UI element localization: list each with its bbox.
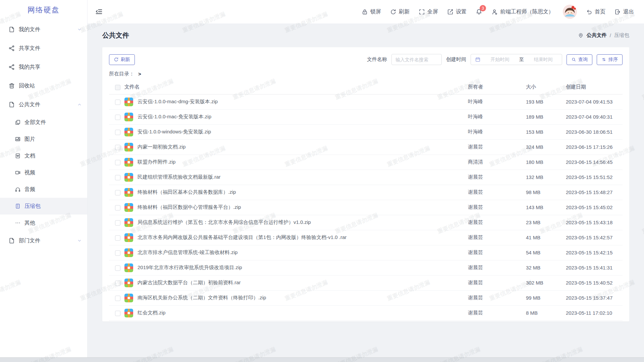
start-date-placeholder[interactable]: 开始时间 <box>485 57 515 63</box>
settings-button[interactable]: 设置 <box>447 8 467 15</box>
row-checkbox[interactable] <box>115 115 120 120</box>
headphones-icon <box>15 186 21 192</box>
file-name[interactable]: 南海区机关新办公系统（二期）文件资料（终验打印）.zip <box>138 295 266 301</box>
table-row[interactable]: 红会文档.zip 谢晨芸 8 MB 2023-05-11 17:02:10 <box>109 305 623 320</box>
file-name[interactable]: 内蒙古法院大数据平台（二期）初验前资料.rar <box>138 280 241 286</box>
current-user[interactable]: 前端工程师（陈思文） <box>491 8 554 15</box>
table-row[interactable]: 云安信-1.0.0-mac-dmg-安装版本.zip 叶海峰 193 MB 20… <box>109 94 623 109</box>
avatar[interactable] <box>563 5 577 19</box>
file-name[interactable]: 云安信-1.0.0-mac-dmg-安装版本.zip <box>138 99 218 105</box>
refresh-list-button[interactable]: 刷新 <box>109 54 135 65</box>
query-button[interactable]: 查询 <box>567 54 592 65</box>
row-checkbox[interactable] <box>115 250 120 256</box>
query-label: 查询 <box>578 57 588 63</box>
file-name[interactable]: 云安信-1.0.0-mac-免安装版本.zip <box>138 114 211 120</box>
filename-search-input[interactable] <box>391 54 442 65</box>
file-size: 99 MB <box>526 290 566 305</box>
sidebar-item-audio[interactable]: 音频 <box>0 181 87 198</box>
row-checkbox[interactable] <box>115 220 120 226</box>
file-name[interactable]: 红会文档.zip <box>138 310 165 316</box>
row-checkbox[interactable] <box>115 160 120 165</box>
refresh-icon <box>390 9 396 15</box>
table-row[interactable]: 局信息系统运行维护（第五包：北京市水务局综合信息平台运行维护）v1.0.zip … <box>109 215 623 230</box>
sidebar-item-public-files[interactable]: 公共文件 <box>0 95 87 114</box>
select-all-checkbox[interactable] <box>115 85 120 90</box>
row-checkbox[interactable] <box>115 281 120 286</box>
home-button[interactable]: 首页 <box>586 8 605 15</box>
file-created-date: 2023-05-15 15:37:47 <box>566 290 623 305</box>
zip-file-icon <box>124 279 133 287</box>
sidebar-item-others[interactable]: 其他 <box>0 215 87 231</box>
table-row[interactable]: 2019年北京市水行政审批系统升级改造项目.zip 谢晨芸 32 MB 2023… <box>109 260 623 275</box>
table-row[interactable]: 终验材料（福田区数据中心管理服务平台）.zip 谢晨芸 143 MB 2023-… <box>109 200 623 215</box>
collapse-sidebar-icon[interactable] <box>95 8 103 16</box>
row-checkbox[interactable] <box>115 235 120 241</box>
file-name[interactable]: 内蒙一期初验文档.zip <box>138 144 185 150</box>
file-name[interactable]: 2019年北京市水行政审批系统升级改造项目.zip <box>138 264 242 271</box>
date-range-picker[interactable]: 开始时间 至 结束时间 <box>471 54 562 65</box>
row-checkbox[interactable] <box>115 311 120 316</box>
sidebar-item-my-shares[interactable]: 我的共享 <box>0 58 87 76</box>
file-owner: 商清清 <box>468 155 526 170</box>
file-owner: 谢晨芸 <box>468 245 526 260</box>
end-date-placeholder[interactable]: 结束时间 <box>529 57 558 63</box>
sidebar-item-archives[interactable]: 压缩包 <box>0 198 87 215</box>
table-row[interactable]: 北京市排水户信息管理系统-竣工验收材料.zip 谢晨芸 54 MB 2023-0… <box>109 245 623 260</box>
row-checkbox[interactable] <box>115 265 120 271</box>
file-owner: 谢晨芸 <box>468 275 526 290</box>
sidebar-item-all-files[interactable]: 全部文件 <box>0 114 87 131</box>
file-name[interactable]: 民建组织管理系统验收文档最新版.rar <box>138 174 221 180</box>
sidebar-item-recycle-bin[interactable]: 回收站 <box>0 76 87 95</box>
zip-file-icon <box>124 203 133 212</box>
table-row[interactable]: 云安信-1.0.0-mac-免安装版本.zip 叶海峰 189 MB 2023-… <box>109 109 623 124</box>
sidebar-item-shared-files[interactable]: 共享文件 <box>0 39 87 58</box>
sidebar-item-videos[interactable]: 视频 <box>0 164 87 181</box>
file-created-date: 2023-05-15 15:45:02 <box>566 200 623 215</box>
column-header-owner[interactable]: 所有者 <box>468 80 526 94</box>
table-row[interactable]: 内蒙一期初验文档.zip 谢晨芸 324 MB 2023-06-15 17:15… <box>109 139 623 155</box>
file-name[interactable]: 局信息系统运行维护（第五包：北京市水务局综合信息平台运行维护）v1.0.zip <box>138 219 311 226</box>
row-checkbox[interactable] <box>115 296 120 301</box>
column-header-filename[interactable]: 文件名 <box>124 80 468 94</box>
main-area: 锁屏 刷新 全屏 设置 3 <box>88 0 644 357</box>
table-row[interactable]: 南海区机关新办公系统（二期）文件资料（终验打印）.zip 谢晨芸 99 MB 2… <box>109 290 623 305</box>
directory-root-link[interactable]: > <box>138 71 141 77</box>
column-header-created[interactable]: 创建日期 <box>566 80 623 94</box>
lock-screen-button[interactable]: 锁屏 <box>362 8 381 15</box>
file-name[interactable]: 联盟办件附件.zip <box>138 159 175 165</box>
breadcrumb-root[interactable]: 公共文件 <box>587 32 607 39</box>
file-name[interactable]: 安信-1.0.0-windows-免安装版.zip <box>138 129 211 135</box>
file-name[interactable]: 北京市水务局内网改版及公共服务基础平台建设项目（第1包：内网改版）终验验文档-v… <box>138 234 346 241</box>
row-checkbox[interactable] <box>115 190 120 195</box>
sidebar-item-documents[interactable]: 文档 <box>0 147 87 164</box>
table-row[interactable]: 联盟办件附件.zip 商清清 180 MB 2023-06-15 14:56:4… <box>109 155 623 170</box>
file-name[interactable]: 终验材料（福田区基本公共服务数据库）.zip <box>138 189 236 195</box>
refresh-page-button[interactable]: 刷新 <box>390 8 410 15</box>
row-checkbox[interactable] <box>115 100 120 105</box>
row-checkbox[interactable] <box>115 205 120 210</box>
row-checkbox[interactable] <box>115 130 120 135</box>
notifications-button[interactable]: 3 <box>476 8 482 15</box>
fullscreen-button[interactable]: 全屏 <box>419 8 438 15</box>
row-checkbox[interactable] <box>115 145 120 150</box>
table-row[interactable]: 北京市水务局内网改版及公共服务基础平台建设项目（第1包：内网改版）终验验文档-v… <box>109 230 623 245</box>
file-name[interactable]: 终验材料（福田区数据中心管理服务平台）.zip <box>138 204 241 210</box>
file-owner: 谢晨芸 <box>468 170 526 185</box>
column-header-size[interactable]: 大小 <box>526 80 566 94</box>
sort-button[interactable]: 排序 <box>597 54 623 65</box>
file-created-date: 2023-05-11 17:02:10 <box>566 305 623 320</box>
table-row[interactable]: 内蒙古法院大数据平台（二期）初验前资料.rar 谢晨芸 302 MB 2023-… <box>109 275 623 290</box>
file-name[interactable]: 北京市排水户信息管理系统-竣工验收材料.zip <box>138 249 237 256</box>
table-row[interactable]: 安信-1.0.0-windows-免安装版.zip 叶海峰 153 MB 202… <box>109 124 623 139</box>
share-icon <box>8 64 15 70</box>
sidebar-item-department-files[interactable]: 部门文件 <box>0 231 87 250</box>
sidebar-item-my-files[interactable]: 我的文件 <box>0 20 87 39</box>
horizontal-scrollbar[interactable] <box>0 357 644 362</box>
logout-button[interactable]: 退出 <box>614 8 634 15</box>
table-row[interactable]: 终验材料（福田区基本公共服务数据库）.zip 谢晨芸 98 MB 2023-05… <box>109 185 623 200</box>
table-row[interactable]: 民建组织管理系统验收文档最新版.rar 谢晨芸 132 MB 2023-05-1… <box>109 170 623 185</box>
file-list-card: 刷新 文件名称 创建时间 开始时间 至 结束时间 <box>102 47 629 321</box>
row-checkbox[interactable] <box>115 175 120 180</box>
sidebar-item-images[interactable]: 图片 <box>0 131 87 147</box>
fullscreen-label: 全屏 <box>427 8 438 15</box>
